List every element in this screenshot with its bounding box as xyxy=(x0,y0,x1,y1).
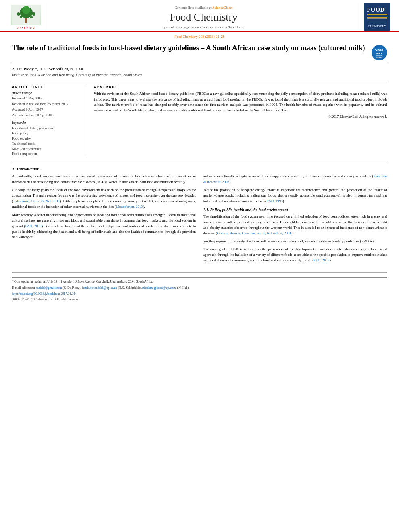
journal-center: Contents lists available at ScienceDirec… xyxy=(48,3,359,31)
intro-two-col: An unhealthy food environment leads to a… xyxy=(12,174,387,266)
svg-rect-8 xyxy=(367,14,387,15)
article-info-abstract: ARTICLE INFO Article history: Received 4… xyxy=(12,81,387,156)
article-title-section: The role of traditional foods in food-ba… xyxy=(12,43,387,64)
introduction-section: 1. Introduction An unhealthy food enviro… xyxy=(12,162,387,266)
article-footer: * Corresponding author at: Unit 13 – 1 A… xyxy=(12,272,387,301)
intro-right: nutrients in culturally acceptable ways.… xyxy=(203,174,387,266)
article-info-header: ARTICLE INFO xyxy=(12,85,82,89)
svg-point-3 xyxy=(22,6,30,14)
received-date: Received 4 May 2016 xyxy=(12,96,82,101)
keyword-2: Food policy xyxy=(12,131,82,136)
footer-divider xyxy=(12,277,387,278)
keyword-1: Food-based dietary guidelines xyxy=(12,126,82,131)
footer-issn: 0308-8146/© 2017 Elsevier Ltd. All right… xyxy=(12,298,387,301)
subsection-para-1: The simplification of the food system ov… xyxy=(203,214,387,236)
abstract-text: With the revision of the South African f… xyxy=(94,91,387,113)
svg-text:check: check xyxy=(376,56,382,59)
page: ELSEVIER Contents lists available at Sci… xyxy=(0,0,399,532)
svg-point-4 xyxy=(17,12,20,16)
sciencedirect-line: Contents lists available at ScienceDirec… xyxy=(175,6,233,10)
crossmark-badge: Cross Mark check xyxy=(372,45,387,60)
elsevier-label: ELSEVIER xyxy=(17,26,35,30)
affiliation: Institute of Food, Nutrition and Well-be… xyxy=(12,73,387,77)
keyword-5: Maas (cultured milk) xyxy=(12,146,82,152)
svg-point-6 xyxy=(20,16,22,18)
ref-fao2013[interactable]: FAO, 2013 xyxy=(25,224,42,228)
keyword-3: Food security xyxy=(12,136,82,141)
history-label: Article history: xyxy=(12,91,82,95)
ref-fao2012[interactable]: FAO, 2012 xyxy=(313,258,329,262)
journal-homepage: journal homepage: www.elsevier.com/locat… xyxy=(164,25,243,29)
email3-link[interactable]: nicolette.gibson@up.ac.za xyxy=(142,286,176,290)
footnote-star: * Corresponding author at: Unit 13 – 1 A… xyxy=(12,279,387,284)
svg-rect-11 xyxy=(367,18,387,19)
subsection-para-3: The main goal of FBDGs is to aid in the … xyxy=(203,246,387,263)
journal-title: Food Chemistry xyxy=(170,11,237,23)
crossmark-icon: Cross Mark check xyxy=(372,45,387,60)
intro-para-5: Whilst the promotion of adequate energy … xyxy=(203,187,387,204)
svg-text:Mark: Mark xyxy=(376,52,383,55)
keywords-label: Keywords: xyxy=(12,121,82,125)
intro-para-4: nutrients in culturally acceptable ways.… xyxy=(203,174,387,185)
authors: Z. Du Plooy *, H.C. Schönfeldt, N. Hall xyxy=(12,66,387,71)
fc-logo-chemistry: CHEMISTRY xyxy=(368,25,386,28)
email2-link[interactable]: hettie.schonfeldt@up.ac.za xyxy=(82,286,117,290)
elsevier-art xyxy=(11,5,41,25)
article-title: The role of traditional foods in food-ba… xyxy=(12,43,368,53)
ref-fao1993[interactable]: FAO, 1993 xyxy=(267,199,283,203)
elsevier-logo: ELSEVIER xyxy=(8,3,48,31)
svg-text:Cross: Cross xyxy=(375,48,383,51)
ref-mozaffarian[interactable]: Mozaffarian, 2013 xyxy=(116,205,143,209)
ref-grundy[interactable]: Grundy, Brewer, Cleeman, Smith, & Lenfan… xyxy=(217,231,291,235)
footer-emails: E-mail addresses: zanidpl@gmail.com (Z. … xyxy=(12,286,387,290)
available-date: Available online 20 April 2017 xyxy=(12,113,82,118)
food-chemistry-logo-box: FOOD CHEMISTRY xyxy=(359,3,391,31)
subsection-para-2: For the purpose of this study, the focus… xyxy=(203,239,387,244)
copyright: © 2017 Elsevier Ltd. All rights reserved… xyxy=(94,115,387,119)
footer-doi: http://dx.doi.org/10.1016/j.foodchem.201… xyxy=(12,292,387,296)
abstract-col: ABSTRACT With the revision of the South … xyxy=(94,85,387,156)
accepted-date: Accepted 6 April 2017 xyxy=(12,107,82,112)
ref-kuhnlein[interactable]: Kuhnlein & Receveur, 2007 xyxy=(203,174,387,184)
intro-para-2: Globally, for many years the focus of th… xyxy=(12,187,196,210)
keyword-4: Traditional foods xyxy=(12,141,82,146)
fc-logo-inner: FOOD CHEMISTRY xyxy=(364,3,390,31)
journal-header: ELSEVIER Contents lists available at Sci… xyxy=(0,0,399,32)
svg-rect-12 xyxy=(367,20,387,20)
svg-point-5 xyxy=(32,12,35,16)
svg-rect-10 xyxy=(367,17,387,18)
section-title-1: 1. Introduction xyxy=(12,166,387,171)
intro-para-1: An unhealthy food environment leads to a… xyxy=(12,174,196,185)
revised-date: Received in revised form 25 March 2017 xyxy=(12,102,82,107)
fc-logo-food: FOOD xyxy=(367,7,387,24)
email1-link[interactable]: zanidpl@gmail.com xyxy=(36,286,62,290)
svg-point-7 xyxy=(30,16,33,18)
intro-left: An unhealthy food environment leads to a… xyxy=(12,174,196,266)
doi-link[interactable]: http://dx.doi.org/10.1016/j.foodchem.201… xyxy=(12,292,77,296)
article-info-col: ARTICLE INFO Article history: Received 4… xyxy=(12,85,86,156)
keyword-6: Food composition xyxy=(12,151,82,156)
intro-para-3: More recently, a better understanding an… xyxy=(12,212,196,240)
abstract-header: ABSTRACT xyxy=(94,85,387,89)
sciencedirect-link[interactable]: ScienceDirect xyxy=(212,6,232,10)
article-content: The role of traditional foods in food-ba… xyxy=(0,39,399,305)
subsection-title-1-1: 1.1. Policy, public health and the food … xyxy=(203,207,387,212)
ref-labadarios[interactable]: Labadarios, Steyn, & Nel, 2011 xyxy=(13,199,60,203)
svg-rect-9 xyxy=(367,16,387,16)
citation-line: Food Chemistry 238 (2018) 22–28 xyxy=(0,32,399,39)
